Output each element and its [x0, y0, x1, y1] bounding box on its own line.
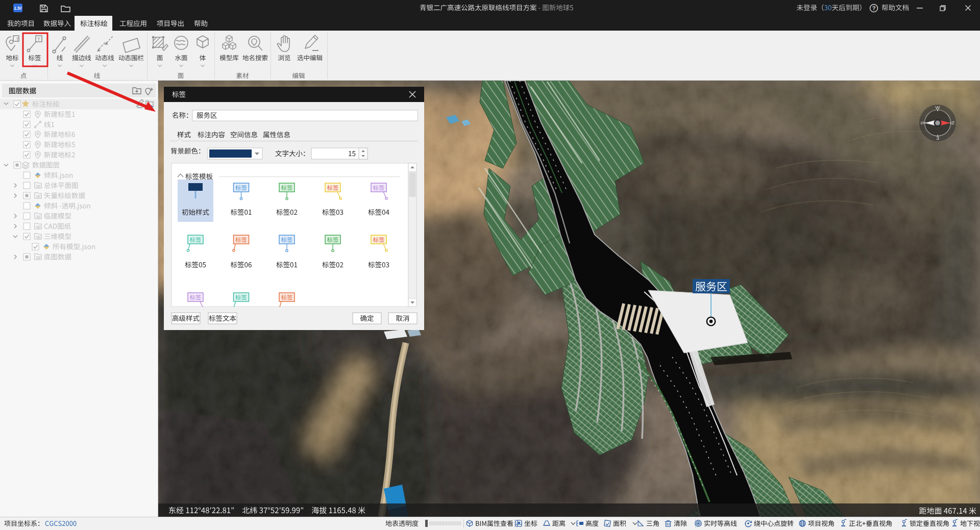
- svg-text:T: T: [37, 36, 40, 42]
- svg-text:S: S: [919, 121, 925, 124]
- svg-text:W: W: [936, 105, 940, 110]
- svg-text:?: ?: [872, 5, 876, 11]
- svg-text:LSI: LSI: [14, 6, 22, 11]
- svg-text:T: T: [16, 37, 19, 42]
- svg-text:N: N: [950, 121, 956, 125]
- svg-text:E: E: [936, 136, 939, 141]
